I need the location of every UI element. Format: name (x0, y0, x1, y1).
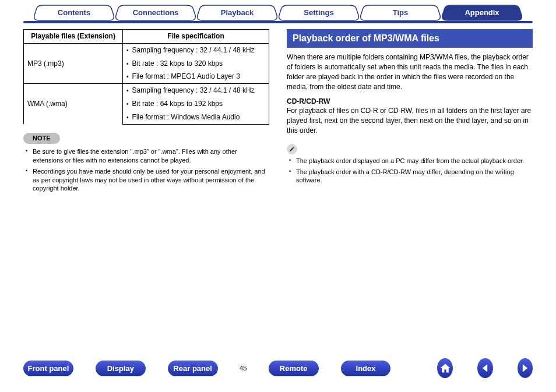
nav-rear-panel[interactable]: Rear panel (168, 361, 218, 376)
note-item: Recordings you have made should only be … (26, 167, 269, 193)
cell-wma: WMA (.wma) (24, 84, 123, 124)
tab-tips[interactable]: Tips (360, 5, 441, 21)
tab-settings[interactable]: Settings (278, 5, 360, 21)
section-heading: Playback order of MP3/WMA files (287, 29, 533, 48)
tab-label: Settings (304, 8, 333, 17)
nav-front-panel[interactable]: Front panel (23, 361, 73, 376)
tab-underline (23, 21, 533, 23)
cell: File format : MPEG1 Audio Layer 3 (123, 70, 269, 83)
home-button[interactable] (437, 358, 453, 378)
nav-remote[interactable]: Remote (269, 361, 319, 376)
tab-label: Contents (58, 8, 90, 17)
nav-display[interactable]: Display (96, 361, 146, 376)
note-list: Be sure to give files the extension ".mp… (23, 147, 269, 193)
tip-item: The playback order with a CD-R/CD-RW may… (289, 168, 533, 185)
th-extension: Playable files (Extension) (24, 30, 123, 44)
cell: Sampling frequency : 32 / 44.1 / 48 kHz (123, 43, 269, 56)
cell: Sampling frequency : 32 / 44.1 / 48 kHz (123, 84, 269, 97)
note-item: Be sure to give files the extension ".mp… (26, 147, 269, 165)
cell: Bit rate : 32 kbps to 320 kbps (123, 57, 269, 70)
bottom-nav: Front panel Display Rear panel 45 Remote… (0, 358, 556, 378)
file-spec-table: Playable files (Extension) File specific… (23, 29, 269, 125)
tip-item: The playback order displayed on a PC may… (289, 157, 533, 165)
prev-button[interactable] (477, 358, 493, 378)
tab-playback[interactable]: Playback (196, 5, 278, 21)
pencil-icon (287, 144, 297, 154)
tab-label: Connections (133, 8, 179, 17)
top-tabs: Contents Connections Playback Settings T… (0, 0, 556, 21)
next-button[interactable] (518, 358, 533, 378)
subheading: CD-R/CD-RW (287, 97, 533, 107)
right-column: Playback order of MP3/WMA files When the… (287, 29, 533, 195)
left-column: Playable files (Extension) File specific… (23, 29, 269, 195)
tab-label: Tips (393, 8, 409, 17)
cell: File format : Windows Media Audio (123, 111, 269, 124)
main-content: Playable files (Extension) File specific… (0, 29, 556, 195)
tab-appendix[interactable]: Appendix (441, 5, 523, 21)
cell-mp3: MP3 (.mp3) (24, 43, 123, 83)
cell: Bit rate : 64 kbps to 192 kbps (123, 97, 269, 111)
paragraph: When there are multiple folders containi… (287, 52, 533, 91)
page-number: 45 (234, 365, 252, 372)
tip-list: The playback order displayed on a PC may… (287, 157, 533, 185)
tab-label: Playback (221, 8, 254, 17)
note-badge: NOTE (23, 133, 60, 144)
nav-index[interactable]: Index (341, 361, 391, 376)
tab-label: Appendix (464, 8, 499, 17)
tab-connections[interactable]: Connections (115, 5, 196, 21)
th-spec: File specification (123, 30, 269, 44)
tab-contents[interactable]: Contents (33, 5, 115, 21)
paragraph: For playback of files on CD-R or CD-RW, … (287, 106, 533, 135)
